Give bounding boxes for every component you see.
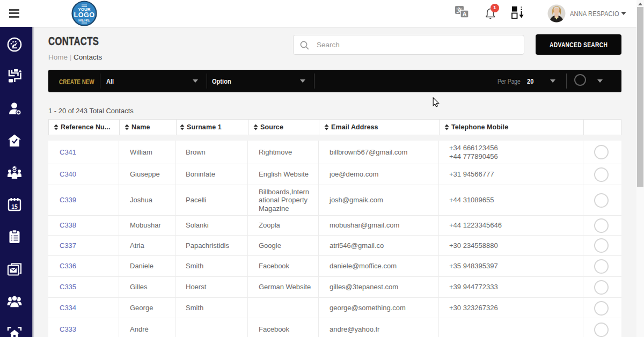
svg-text:HERE: HERE xyxy=(78,18,91,23)
svg-text:A: A xyxy=(463,11,467,17)
svg-text:15: 15 xyxy=(11,203,18,210)
